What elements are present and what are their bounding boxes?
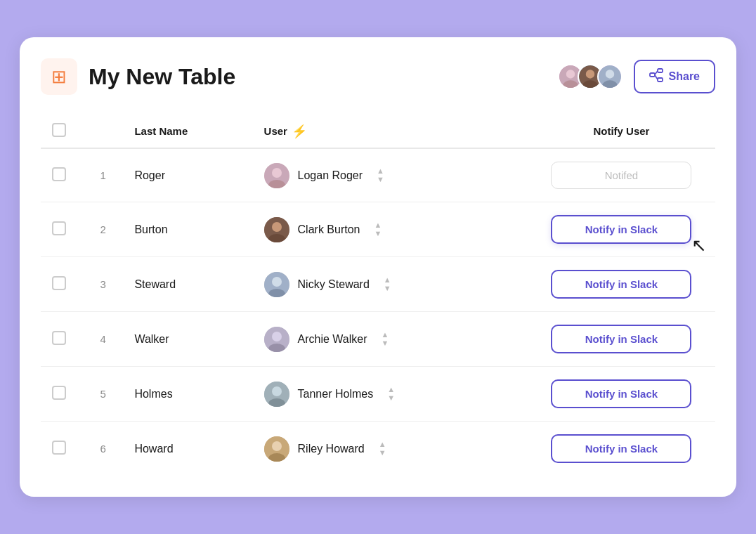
td-user: Tanner Holmes ▲ ▼ bbox=[253, 367, 528, 422]
td-num: 3 bbox=[83, 257, 124, 312]
td-user: Archie Walker ▲ ▼ bbox=[253, 312, 528, 367]
main-card: ⊞ My New Table bbox=[20, 37, 736, 497]
user-avatar bbox=[264, 327, 289, 352]
td-last-name: Burton bbox=[123, 202, 252, 257]
td-notify: Notify in Slack bbox=[528, 422, 715, 476]
notify-slack-button[interactable]: Notify in Slack bbox=[551, 325, 691, 353]
svg-rect-11 bbox=[658, 78, 663, 82]
notify-slack-button[interactable]: Notify in Slack bbox=[551, 379, 691, 408]
header-right: Share bbox=[558, 60, 715, 93]
user-name: Logan Roger bbox=[298, 169, 363, 182]
avatar-3 bbox=[597, 64, 623, 89]
td-num: 6 bbox=[83, 422, 124, 476]
td-user: Nicky Steward ▲ ▼ bbox=[253, 257, 528, 312]
svg-point-18 bbox=[272, 222, 282, 232]
data-table: Last Name User ⚡ Notify User bbox=[41, 115, 715, 476]
sort-arrows[interactable]: ▲ ▼ bbox=[379, 441, 386, 457]
svg-rect-10 bbox=[658, 69, 663, 72]
user-avatar bbox=[264, 382, 289, 407]
th-notify-user: Notify User bbox=[528, 115, 715, 148]
td-num: 4 bbox=[83, 312, 124, 367]
svg-point-27 bbox=[272, 386, 282, 396]
table-row: 3 Steward Nicky Steward ▲ bbox=[41, 257, 715, 312]
row-checkbox[interactable] bbox=[52, 276, 66, 290]
row-checkbox[interactable] bbox=[52, 167, 66, 181]
share-icon bbox=[649, 68, 663, 85]
sort-arrows[interactable]: ▲ ▼ bbox=[374, 221, 382, 237]
user-avatar bbox=[264, 272, 289, 297]
avatars-group bbox=[558, 64, 623, 89]
notify-slack-button[interactable]: Notify in Slack bbox=[551, 434, 691, 463]
svg-line-12 bbox=[655, 71, 658, 74]
td-checkbox bbox=[41, 367, 83, 422]
th-user: User ⚡ bbox=[253, 115, 528, 148]
row-checkbox[interactable] bbox=[52, 386, 66, 400]
svg-point-15 bbox=[272, 168, 282, 178]
svg-point-7 bbox=[605, 70, 613, 78]
td-checkbox bbox=[41, 257, 83, 312]
user-name: Archie Walker bbox=[298, 333, 367, 346]
notify-slack-button[interactable]: Notify in Slack bbox=[551, 270, 691, 299]
td-notify: Notify in Slack bbox=[528, 312, 715, 367]
svg-point-4 bbox=[585, 70, 594, 78]
table-icon: ⊞ bbox=[51, 66, 67, 88]
svg-point-24 bbox=[272, 332, 282, 341]
header: ⊞ My New Table bbox=[41, 58, 715, 95]
svg-point-1 bbox=[566, 70, 574, 78]
user-name: Clark Burton bbox=[298, 223, 360, 236]
th-last-name: Last Name bbox=[123, 115, 252, 148]
user-avatar bbox=[264, 436, 289, 462]
td-user: Riley Howard ▲ ▼ bbox=[253, 422, 528, 476]
sort-arrows[interactable]: ▲ ▼ bbox=[377, 167, 384, 183]
td-last-name: Holmes bbox=[123, 367, 252, 422]
bolt-icon: ⚡ bbox=[292, 124, 307, 139]
td-last-name: Roger bbox=[123, 148, 252, 202]
td-notify: Notifed bbox=[528, 148, 715, 202]
td-notify: Notify in Slack ↖ bbox=[528, 202, 715, 257]
td-checkbox bbox=[41, 312, 83, 367]
notify-slack-button[interactable]: Notify in Slack bbox=[551, 215, 691, 244]
svg-line-13 bbox=[655, 75, 658, 79]
user-name: Nicky Steward bbox=[298, 278, 370, 291]
td-last-name: Walker bbox=[123, 312, 252, 367]
table-wrap: Last Name User ⚡ Notify User bbox=[41, 115, 715, 476]
table-row: 5 Holmes Tanner Holmes ▲ bbox=[41, 367, 715, 422]
row-checkbox[interactable] bbox=[52, 441, 66, 455]
td-checkbox bbox=[41, 148, 83, 202]
share-button[interactable]: Share bbox=[634, 60, 715, 93]
td-num: 2 bbox=[83, 202, 124, 257]
row-checkbox[interactable] bbox=[52, 331, 66, 345]
svg-point-21 bbox=[272, 277, 282, 287]
td-user: Clark Burton ▲ ▼ bbox=[253, 202, 528, 257]
cursor-overlay: Notify in Slack ↖ bbox=[551, 215, 691, 244]
th-checkbox bbox=[41, 115, 83, 148]
td-last-name: Howard bbox=[123, 422, 252, 476]
sort-arrows[interactable]: ▲ ▼ bbox=[382, 331, 389, 347]
table-icon-wrap: ⊞ bbox=[41, 58, 77, 95]
sort-arrows[interactable]: ▲ ▼ bbox=[384, 276, 391, 292]
user-name: Riley Howard bbox=[298, 443, 365, 455]
svg-rect-9 bbox=[650, 73, 655, 77]
table-row: 6 Howard Riley Howard ▲ bbox=[41, 422, 715, 476]
notified-button[interactable]: Notifed bbox=[551, 162, 691, 189]
user-avatar bbox=[264, 163, 289, 188]
td-user: Logan Roger ▲ ▼ bbox=[253, 148, 528, 202]
sort-arrows[interactable]: ▲ ▼ bbox=[387, 386, 395, 402]
td-last-name: Steward bbox=[123, 257, 252, 312]
td-num: 1 bbox=[83, 148, 124, 202]
share-label: Share bbox=[669, 70, 700, 83]
cursor-icon: ↖ bbox=[691, 235, 707, 256]
table-row: 4 Walker Archie Walker ▲ bbox=[41, 312, 715, 367]
th-num bbox=[83, 115, 124, 148]
header-checkbox[interactable] bbox=[52, 123, 66, 137]
table-row: 2 Burton Clark Burton ▲ bbox=[41, 202, 715, 257]
table-header-row: Last Name User ⚡ Notify User bbox=[41, 115, 715, 148]
td-notify: Notify in Slack bbox=[528, 367, 715, 422]
td-checkbox bbox=[41, 202, 83, 257]
table-row: 1 Roger Logan Roger ▲ ▼ bbox=[41, 148, 715, 202]
user-avatar bbox=[264, 217, 289, 242]
svg-point-30 bbox=[272, 441, 282, 451]
header-left: ⊞ My New Table bbox=[41, 58, 235, 95]
td-num: 5 bbox=[83, 367, 124, 422]
row-checkbox[interactable] bbox=[52, 221, 66, 235]
